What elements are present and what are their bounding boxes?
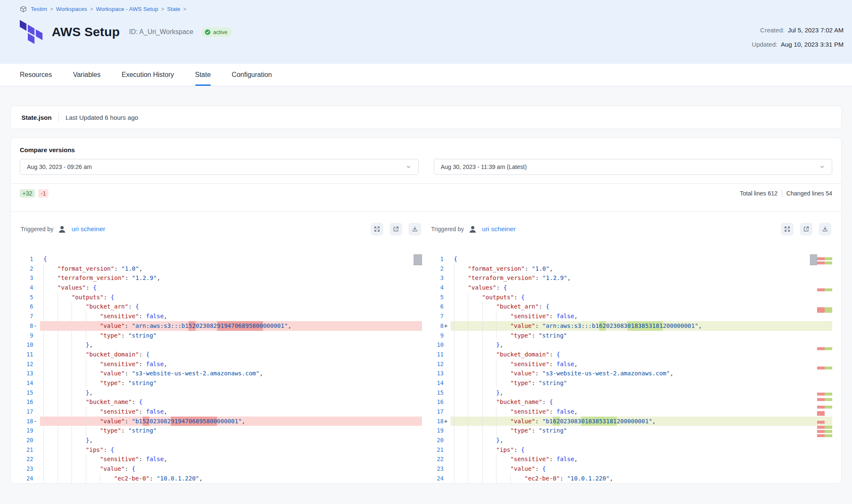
line-number: 5: [430, 293, 451, 302]
indent-guide: [43, 293, 58, 302]
indent-guide: [496, 359, 510, 369]
indent-guide: [454, 369, 468, 378]
indent-guide: [86, 454, 100, 464]
breadcrumb-link[interactable]: State: [167, 6, 180, 12]
updated-row: Updated:Aug 10, 2023 3:31 PM: [752, 37, 844, 52]
line-number: 1: [430, 254, 451, 264]
indent-guide: [58, 483, 72, 484]
code-view-right: 1{2"format_version": "1.0",3"terraform_v…: [430, 254, 833, 484]
line-number: 8-: [20, 321, 40, 331]
ruler-mark-changed: [817, 434, 832, 437]
indent-guide: [496, 331, 510, 340]
indent-guide: [454, 474, 468, 483]
code-line: 19"type": "string": [430, 426, 833, 435]
code-line: 25"ec2-be-1": "10.0.1.59": [20, 483, 422, 484]
expand-button[interactable]: [371, 223, 383, 235]
tab-variables[interactable]: Variables: [73, 64, 101, 86]
indent-guide: [454, 350, 468, 359]
compare-versions-heading: Compare versions: [20, 146, 832, 153]
scrollbar-thumb[interactable]: [414, 254, 422, 265]
code-line: 9"type": "string": [20, 331, 422, 340]
line-number: 16: [20, 397, 40, 407]
line-number: 17: [430, 407, 451, 417]
ruler-mark-changed: [817, 426, 832, 429]
code-line: 19"type": "string": [20, 426, 422, 435]
breadcrumb-separator: >: [90, 6, 93, 12]
indent-guide: [43, 397, 58, 407]
open-in-new-tab-button[interactable]: [800, 223, 812, 235]
code-line: 14"type": "string": [430, 378, 833, 388]
indent-guide: [454, 426, 468, 435]
indent-guide: [43, 378, 58, 388]
line-number: 5: [20, 293, 40, 302]
indent-guide: [43, 264, 58, 274]
triggered-by-user-link[interactable]: uri scheiner: [482, 225, 516, 233]
line-number: 21: [20, 445, 40, 455]
indent-guide: [86, 407, 100, 417]
indent-guide: [510, 483, 525, 484]
indent-guide: [72, 369, 86, 378]
tab-configuration[interactable]: Configuration: [232, 64, 272, 86]
file-name: State.json: [21, 114, 52, 121]
indent-guide: [468, 474, 482, 483]
breadcrumb-link[interactable]: Workspaces: [56, 6, 87, 12]
indent-guide: [58, 302, 72, 311]
download-button[interactable]: [819, 223, 831, 235]
indent-guide: [454, 445, 468, 455]
line-number: 2: [430, 264, 451, 274]
indent-guide: [72, 417, 86, 426]
indent-guide: [454, 464, 468, 474]
expand-button[interactable]: [781, 223, 794, 235]
indent-guide: [72, 464, 86, 474]
page-title: AWS Setup: [52, 25, 120, 39]
breadcrumb-link[interactable]: Workspace - AWS Setup: [96, 6, 158, 12]
indent-guide: [468, 417, 482, 426]
indent-guide: [43, 331, 58, 340]
indent-guide: [58, 445, 72, 455]
code-line: 13"value": "s3-website-us-west-2.amazona…: [20, 369, 422, 378]
open-in-new-tab-button[interactable]: [390, 223, 402, 235]
version-select-left[interactable]: Aug 30, 2023 - 09:26 am: [20, 159, 419, 175]
indent-guide: [468, 407, 482, 417]
indent-guide: [58, 426, 72, 435]
code-line: 6"bucket_arn": {: [20, 302, 422, 311]
indent-guide: [454, 311, 468, 321]
indent-guide: [482, 388, 496, 398]
download-button[interactable]: [409, 223, 421, 235]
line-number: 19: [430, 426, 451, 435]
indent-guide: [454, 273, 468, 283]
indent-guide: [100, 483, 114, 484]
indent-guide: [496, 464, 510, 474]
indent-guide: [86, 483, 100, 484]
line-number: 24: [430, 474, 451, 483]
indent-guide: [86, 331, 100, 340]
line-number: 11: [20, 350, 40, 359]
workspace-id: ID: A_Uri_Workspace: [129, 28, 194, 36]
indent-guide: [482, 417, 496, 426]
indent-guide: [482, 426, 496, 435]
breadcrumb-link[interactable]: Testim: [31, 6, 47, 12]
triggered-by-user-link[interactable]: uri scheiner: [72, 225, 105, 233]
indent-guide: [454, 302, 468, 311]
tab-resources[interactable]: Resources: [20, 64, 52, 86]
breadcrumb-separator: >: [183, 6, 186, 12]
code-line: 20},: [430, 435, 833, 445]
code-line: 11"bucket_domain": {: [20, 350, 422, 359]
chevron-down-icon: [819, 164, 825, 170]
line-number: 10: [430, 340, 451, 350]
indent-guide: [86, 474, 100, 483]
code-line: 1{: [20, 254, 422, 264]
line-number: 14: [430, 378, 451, 388]
code-line: 21"ips": {: [430, 445, 833, 455]
indent-guide: [482, 474, 496, 483]
version-select-right[interactable]: Aug 30, 2023 - 11:39 am (Latest): [434, 159, 833, 175]
indent-guide: [454, 435, 468, 445]
scrollbar-thumb[interactable]: [810, 254, 817, 265]
indent-guide: [496, 378, 510, 388]
indent-guide: [496, 321, 510, 331]
indent-guide: [86, 359, 100, 369]
indent-guide: [482, 378, 496, 388]
tab-execution-history[interactable]: Execution History: [122, 64, 174, 86]
tab-state[interactable]: State: [195, 64, 211, 86]
indent-guide: [43, 435, 58, 445]
